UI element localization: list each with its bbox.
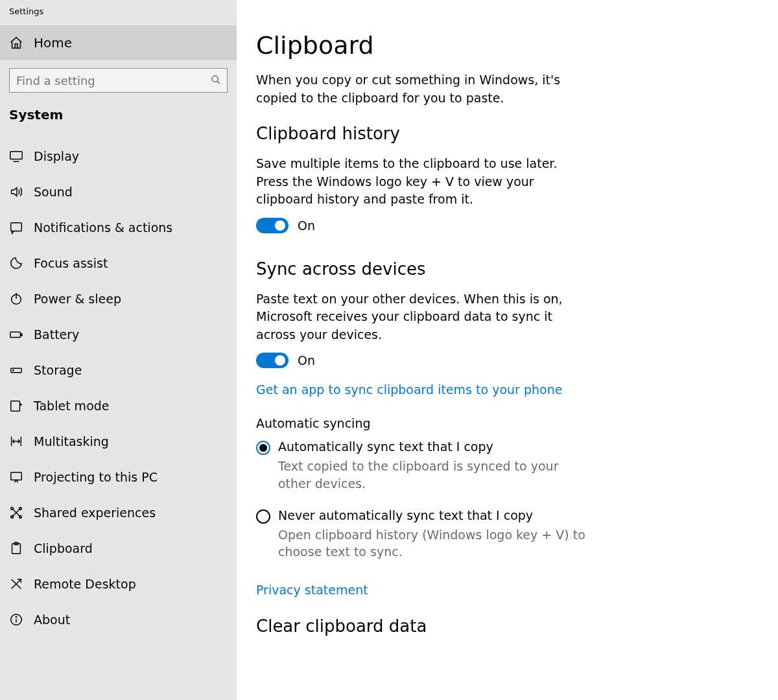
sidebar-item-about[interactable]: About — [0, 601, 237, 637]
sidebar: Settings Home System Display So — [0, 0, 237, 700]
svg-rect-2 — [10, 151, 22, 159]
section-title-sync: Sync across devices — [256, 259, 759, 279]
battery-icon — [9, 327, 23, 342]
tablet-icon — [9, 399, 23, 413]
radio-icon — [256, 441, 270, 455]
clipboard-icon — [9, 541, 23, 555]
history-toggle[interactable] — [256, 218, 289, 233]
page-title: Clipboard — [256, 31, 759, 60]
svg-point-0 — [212, 76, 218, 82]
main-content: Clipboard When you copy or cut something… — [237, 0, 778, 700]
radio-label: Never automatically sync text that I cop… — [278, 508, 593, 522]
notification-icon — [9, 220, 23, 235]
section-title-history: Clipboard history — [256, 124, 759, 143]
multitasking-icon — [9, 434, 23, 449]
sidebar-item-power-sleep[interactable]: Power & sleep — [0, 281, 237, 316]
sidebar-item-multitasking[interactable]: Multitasking — [0, 423, 237, 459]
power-icon — [9, 292, 23, 306]
section-title-clear: Clear clipboard data — [256, 616, 759, 636]
info-icon — [9, 612, 23, 627]
moon-icon — [9, 256, 23, 270]
sidebar-item-clipboard[interactable]: Clipboard — [0, 530, 237, 566]
radio-never-sync[interactable]: Never automatically sync text that I cop… — [256, 508, 593, 561]
sidebar-item-label: Clipboard — [34, 541, 93, 555]
storage-icon — [9, 363, 23, 377]
sidebar-item-sound[interactable]: Sound — [0, 174, 237, 209]
sync-toggle-state: On — [298, 353, 315, 368]
sidebar-item-notifications[interactable]: Notifications & actions — [0, 209, 237, 245]
sidebar-item-remote-desktop[interactable]: Remote Desktop — [0, 566, 237, 601]
svg-rect-15 — [11, 472, 22, 480]
home-button[interactable]: Home — [0, 25, 237, 60]
sidebar-item-shared-experiences[interactable]: Shared experiences — [0, 495, 237, 530]
shared-icon — [9, 506, 23, 520]
svg-point-26 — [16, 616, 16, 617]
projecting-icon — [9, 470, 23, 484]
sound-icon — [9, 185, 23, 199]
app-title: Settings — [0, 5, 237, 25]
radio-label: Automatically sync text that I copy — [278, 439, 593, 454]
sidebar-item-battery[interactable]: Battery — [0, 316, 237, 352]
sidebar-item-label: Multitasking — [34, 434, 109, 449]
svg-rect-11 — [11, 401, 20, 411]
privacy-link[interactable]: Privacy statement — [256, 583, 368, 597]
history-toggle-state: On — [298, 218, 315, 233]
svg-line-1 — [217, 81, 220, 84]
radio-icon — [256, 509, 270, 524]
svg-rect-7 — [10, 332, 21, 337]
search-input[interactable] — [9, 68, 228, 93]
sidebar-item-storage[interactable]: Storage — [0, 352, 237, 388]
remote-icon — [9, 577, 23, 591]
sync-desc: Paste text on your other devices. When t… — [256, 290, 593, 344]
sidebar-item-label: Sound — [34, 185, 73, 199]
sidebar-item-focus-assist[interactable]: Focus assist — [0, 245, 237, 281]
svg-point-10 — [13, 369, 14, 370]
sidebar-item-label: Focus assist — [34, 256, 108, 270]
sidebar-nav: Display Sound Notifications & actions Fo… — [0, 138, 237, 637]
auto-sync-heading: Automatic syncing — [256, 416, 759, 430]
svg-rect-8 — [21, 334, 22, 336]
radio-desc: Text copied to the clipboard is synced t… — [278, 458, 593, 492]
sidebar-item-label: Notifications & actions — [34, 220, 172, 235]
sidebar-item-label: Remote Desktop — [34, 577, 136, 591]
sidebar-category: System — [0, 93, 237, 122]
sidebar-item-label: Display — [34, 149, 79, 163]
sidebar-item-label: Power & sleep — [34, 292, 121, 306]
sidebar-item-display[interactable]: Display — [0, 138, 237, 174]
sidebar-item-label: Tablet mode — [34, 399, 110, 413]
radio-auto-sync[interactable]: Automatically sync text that I copy Text… — [256, 439, 593, 492]
sidebar-item-label: Storage — [34, 363, 82, 377]
sidebar-item-label: Shared experiences — [34, 506, 156, 520]
radio-desc: Open clipboard history (Windows logo key… — [278, 526, 593, 561]
display-icon — [9, 149, 23, 163]
sync-app-link[interactable]: Get an app to sync clipboard items to yo… — [256, 382, 562, 397]
sidebar-item-label: Projecting to this PC — [34, 470, 158, 484]
sidebar-item-label: Battery — [34, 327, 79, 342]
svg-rect-4 — [11, 222, 22, 231]
home-label: Home — [34, 35, 72, 51]
sidebar-item-tablet-mode[interactable]: Tablet mode — [0, 388, 237, 423]
home-icon — [9, 36, 23, 50]
sync-toggle[interactable] — [256, 353, 289, 368]
history-desc: Save multiple items to the clipboard to … — [256, 155, 593, 209]
sidebar-item-label: About — [34, 612, 70, 627]
sidebar-item-projecting[interactable]: Projecting to this PC — [0, 459, 237, 495]
page-intro: When you copy or cut something in Window… — [256, 71, 593, 107]
search-icon — [211, 75, 221, 85]
